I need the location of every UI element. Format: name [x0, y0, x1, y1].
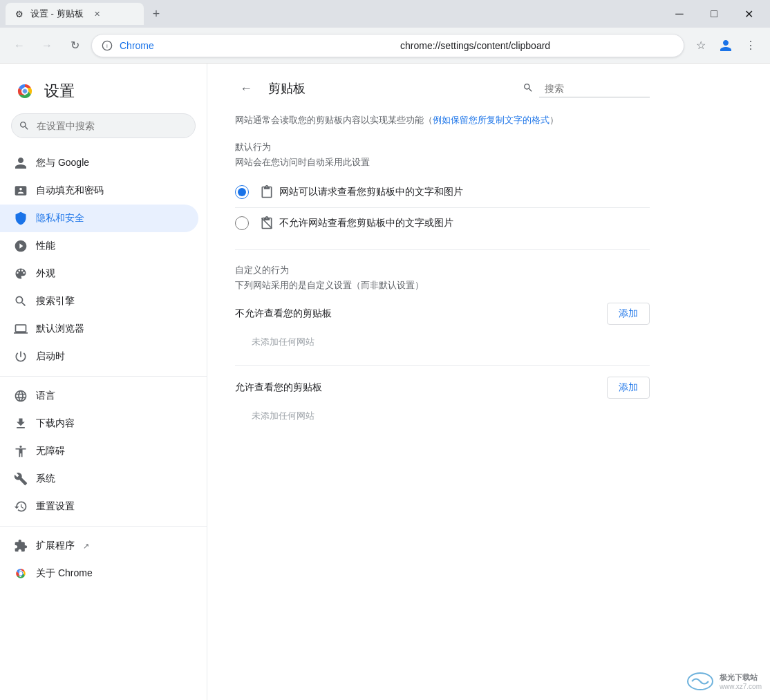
search-bar[interactable] — [11, 113, 196, 138]
sidebar-item-performance[interactable]: 性能 — [0, 232, 198, 260]
content-inner: ← 剪贴板 网站通常会读取您的剪贴板内容以实现某些功能（例如保留您所复制文字的格… — [207, 64, 677, 442]
new-tab-button[interactable]: + — [147, 4, 166, 23]
sidebar-item-search[interactable]: 搜索引擎 — [0, 287, 198, 315]
search-input[interactable] — [11, 113, 196, 138]
svg-point-9 — [19, 572, 23, 576]
menu-button[interactable]: ⋮ — [740, 35, 762, 57]
default-behavior-desc: 网站会在您访问时自动采用此设置 — [235, 156, 650, 169]
svg-text:i: i — [106, 42, 108, 48]
deny-subsection: 不允许查看您的剪贴板 添加 未添加任何网站 — [235, 303, 650, 366]
sidebar-item-downloads[interactable]: 下载内容 — [0, 410, 198, 437]
deny-option: 不允许网站查看您剪贴板中的文字或图片 — [235, 208, 650, 238]
watermark-url: www.xz7.com — [720, 683, 762, 690]
globe-icon — [14, 389, 28, 403]
allow-label[interactable]: 网站可以请求查看您剪贴板中的文字和图片 — [260, 185, 463, 199]
back-button[interactable]: ← — [8, 35, 30, 57]
sidebar-item-search-label: 搜索引擎 — [36, 295, 75, 308]
watermark-logo — [686, 671, 714, 692]
nav-divider-2 — [0, 526, 207, 527]
sidebar-item-extensions[interactable]: 扩展程序 ↗ — [0, 532, 198, 560]
monitor-icon — [14, 322, 28, 336]
palette-icon — [14, 267, 28, 281]
custom-section-desc: 下列网站采用的是自定义设置（而非默认设置） — [235, 279, 650, 292]
search-icon — [14, 294, 28, 308]
sidebar-item-startup[interactable]: 启动时 — [0, 343, 198, 370]
chrome-label: Chrome — [120, 40, 395, 51]
chrome-icon — [14, 567, 28, 580]
info-text: 网站通常会读取您的剪贴板内容以实现某些功能（例如保留您所复制文字的格式） — [235, 113, 650, 127]
sidebar-nav: 您与 Google 自动填充和密码 隐私和安全 性能 — [0, 149, 207, 587]
minimize-button[interactable]: ─ — [664, 3, 695, 25]
sidebar-item-extensions-label: 扩展程序 — [36, 540, 75, 552]
sidebar-item-google-label: 您与 Google — [36, 157, 89, 169]
sidebar-item-autofill-label: 自动填充和密码 — [36, 185, 104, 197]
sidebar: 设置 您与 Google 自动填充和密码 — [0, 64, 207, 700]
allow-subsection: 允许查看您的剪贴板 添加 未添加任何网站 — [235, 377, 650, 428]
sidebar-item-performance-label: 性能 — [36, 240, 55, 252]
url-text: chrome://settings/content/clipboard — [400, 40, 675, 51]
titlebar: ⚙ 设置 - 剪贴板 ✕ + ─ □ ✕ — [0, 0, 770, 28]
default-behavior-header: 默认行为 — [235, 141, 650, 153]
sidebar-item-reset-label: 重置设置 — [36, 500, 75, 513]
sidebar-item-browser-label: 默认浏览器 — [36, 323, 84, 335]
sidebar-item-browser[interactable]: 默认浏览器 — [0, 315, 198, 343]
allow-radio[interactable] — [235, 185, 249, 199]
deny-option-text: 不允许网站查看您剪贴板中的文字或图片 — [279, 217, 453, 229]
allow-option: 网站可以请求查看您剪贴板中的文字和图片 — [235, 177, 650, 208]
nav-divider-1 — [0, 376, 207, 377]
active-tab[interactable]: ⚙ 设置 - 剪贴板 ✕ — [6, 3, 144, 25]
page-title: 剪贴板 — [268, 80, 306, 97]
sidebar-item-language[interactable]: 语言 — [0, 382, 198, 410]
sidebar-item-about[interactable]: 关于 Chrome — [0, 560, 198, 587]
deny-add-button[interactable]: 添加 — [607, 303, 650, 325]
tab-close-button[interactable]: ✕ — [92, 8, 103, 19]
sidebar-item-system[interactable]: 系统 — [0, 465, 198, 493]
deny-radio[interactable] — [235, 216, 249, 230]
page-search[interactable] — [523, 80, 650, 97]
addressbar: ← → ↻ i Chrome chrome://settings/content… — [0, 28, 770, 64]
back-button[interactable]: ← — [235, 77, 257, 100]
sidebar-item-privacy[interactable]: 隐私和安全 — [0, 205, 198, 232]
gauge-icon — [14, 239, 28, 253]
url-security-icon: i — [100, 39, 114, 53]
deny-empty-text: 未添加任何网站 — [235, 330, 650, 354]
download-icon — [14, 417, 28, 431]
sidebar-item-startup-label: 启动时 — [36, 350, 65, 363]
close-button[interactable]: ✕ — [733, 3, 764, 25]
sidebar-item-google[interactable]: 您与 Google — [0, 149, 198, 177]
sidebar-item-downloads-label: 下载内容 — [36, 417, 75, 430]
window-controls: ─ □ ✕ — [664, 3, 764, 25]
maximize-button[interactable]: □ — [698, 3, 730, 25]
bookmark-button[interactable]: ☆ — [690, 35, 712, 57]
clipboard-allow-icon — [260, 185, 274, 199]
page-search-input[interactable] — [539, 80, 650, 97]
sidebar-item-reset[interactable]: 重置设置 — [0, 493, 198, 520]
main-layout: 设置 您与 Google 自动填充和密码 — [0, 64, 770, 700]
default-behavior-section: 默认行为 网站会在您访问时自动采用此设置 网站可以请求查看您剪贴板中的文字和图片 — [235, 141, 650, 250]
forward-button[interactable]: → — [36, 35, 58, 57]
reload-button[interactable]: ↻ — [64, 35, 86, 57]
sidebar-item-about-label: 关于 Chrome — [36, 567, 93, 580]
puzzle-icon — [14, 539, 28, 553]
allow-option-text: 网站可以请求查看您剪贴板中的文字和图片 — [279, 186, 463, 198]
profile-button[interactable] — [715, 35, 737, 57]
sidebar-item-accessibility[interactable]: 无障碍 — [0, 437, 198, 465]
sidebar-item-autofill[interactable]: 自动填充和密码 — [0, 177, 198, 205]
sidebar-item-appearance[interactable]: 外观 — [0, 260, 198, 287]
wrench-icon — [14, 472, 28, 486]
clipboard-deny-icon — [260, 216, 274, 230]
deny-subsection-header: 不允许查看您的剪贴板 添加 — [235, 303, 650, 325]
deny-label[interactable]: 不允许网站查看您剪贴板中的文字或图片 — [260, 216, 453, 230]
allow-subsection-header: 允许查看您的剪贴板 添加 — [235, 377, 650, 399]
allow-empty-text: 未添加任何网站 — [235, 404, 650, 428]
page-header: ← 剪贴板 — [235, 77, 650, 100]
allow-add-button[interactable]: 添加 — [607, 377, 650, 399]
sidebar-item-system-label: 系统 — [36, 473, 55, 485]
watermark-text-block: 极光下载站 www.xz7.com — [720, 672, 762, 690]
chrome-logo-icon — [14, 80, 36, 102]
info-link[interactable]: 例如保留您所复制文字的格式 — [433, 115, 550, 125]
url-bar[interactable]: i Chrome chrome://settings/content/clipb… — [91, 34, 684, 57]
custom-section-header: 自定义的行为 — [235, 264, 650, 276]
sidebar-item-appearance-label: 外观 — [36, 267, 55, 280]
power-icon — [14, 350, 28, 363]
